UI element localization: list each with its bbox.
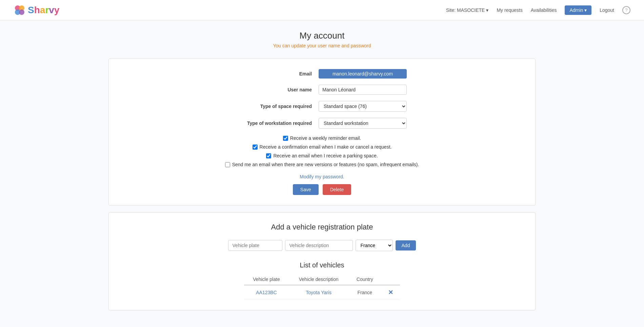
vehicle-input-row: France Germany Spain Italy UK Add	[122, 240, 522, 251]
checkbox-weekly-reminder-input[interactable]	[283, 136, 288, 141]
vehicle-list-title: List of vehicles	[122, 261, 522, 269]
checkbox-weekly-reminder[interactable]: Receive a weekly reminder email.	[283, 135, 361, 141]
workstation-type-form-group: Type of workstation required Standard wo…	[122, 118, 522, 129]
checkbox-confirmation-email-input[interactable]	[253, 145, 258, 150]
vehicle-section-title: Add a vehicle registration plate	[122, 223, 522, 232]
delete-vehicle-button[interactable]: ✕	[388, 289, 393, 296]
save-button[interactable]: Save	[293, 184, 319, 195]
email-form-group: Email manon.leonard@sharvy.com	[122, 69, 522, 79]
space-type-form-group: Type of space required Standard space (7…	[122, 101, 522, 112]
username-form-group: User name	[122, 85, 522, 95]
vehicle-table: Vehicle plate Vehicle description Countr…	[244, 274, 400, 300]
vehicle-country-cell: France	[348, 285, 381, 300]
page-subtitle: You can update your user name and passwo…	[108, 43, 536, 48]
col-header-plate: Vehicle plate	[244, 274, 289, 285]
vehicle-description-cell: Toyota Yaris	[289, 285, 348, 300]
checkbox-parking-email-input[interactable]	[266, 153, 271, 158]
availabilities-link[interactable]: Availabilities	[531, 7, 557, 13]
brand-logo-link[interactable]: Sharvy	[14, 4, 59, 16]
checkbox-parking-email[interactable]: Receive an email when I receive a parkin…	[266, 153, 378, 158]
checkbox-confirmation-email[interactable]: Receive a confirmation email when I make…	[253, 144, 392, 150]
vehicle-card: Add a vehicle registration plate France …	[108, 212, 536, 310]
workstation-type-select[interactable]: Standard workstation Standing desk Priva…	[319, 118, 407, 129]
col-header-action	[381, 274, 400, 285]
col-header-country: Country	[348, 274, 381, 285]
account-card: Email manon.leonard@sharvy.com User name…	[108, 59, 536, 205]
email-badge: manon.leonard@sharvy.com	[319, 69, 407, 79]
logout-link[interactable]: Logout	[600, 7, 614, 13]
vehicle-table-body: AA123BC Toyota Yaris France ✕	[244, 285, 400, 300]
checkbox-new-versions-email-label: Send me an email when there are new vers…	[232, 162, 419, 167]
modify-password-link[interactable]: Modify my password.	[300, 174, 344, 179]
checkbox-new-versions-email[interactable]: Send me an email when there are new vers…	[225, 162, 419, 167]
col-header-description: Vehicle description	[289, 274, 348, 285]
brand-pinwheel-icon	[14, 4, 26, 16]
username-input[interactable]	[319, 85, 407, 95]
workstation-type-label: Type of workstation required	[237, 121, 319, 126]
brand-name: Sharvy	[28, 5, 59, 16]
svg-point-3	[19, 9, 24, 15]
help-icon[interactable]: ?	[622, 6, 630, 14]
admin-dropdown-arrow: ▾	[584, 7, 587, 13]
my-requests-link[interactable]: My requests	[497, 7, 522, 13]
checkbox-group: Receive a weekly reminder email. Receive…	[122, 135, 522, 167]
modify-password-section: Modify my password.	[122, 174, 522, 179]
table-row: AA123BC Toyota Yaris France ✕	[244, 285, 400, 300]
vehicle-description-input[interactable]	[285, 240, 353, 251]
checkbox-confirmation-email-label: Receive a confirmation email when I make…	[260, 144, 392, 150]
space-type-select[interactable]: Standard space (76) Private space Handic…	[319, 101, 407, 112]
checkbox-parking-email-label: Receive an email when I receive a parkin…	[273, 153, 378, 158]
delete-x-icon: ✕	[388, 289, 393, 296]
space-type-label: Type of space required	[237, 104, 319, 109]
checkbox-weekly-reminder-label: Receive a weekly reminder email.	[290, 135, 361, 141]
navbar: Sharvy Site: MASOCIETE ▾ My requests Ava…	[0, 0, 644, 20]
site-label: Site: MASOCIETE	[446, 7, 485, 13]
action-buttons: Save Delete	[122, 184, 522, 195]
site-dropdown[interactable]: Site: MASOCIETE ▾	[446, 7, 488, 13]
vehicle-plate-input[interactable]	[228, 240, 282, 251]
vehicle-plate-cell: AA123BC	[244, 285, 289, 300]
vehicle-country-select[interactable]: France Germany Spain Italy UK	[356, 240, 393, 251]
page-container: My account You can update your user name…	[102, 20, 542, 327]
add-vehicle-button[interactable]: Add	[396, 240, 416, 250]
admin-label: Admin	[569, 7, 583, 13]
page-title: My account	[108, 30, 536, 41]
username-label: User name	[237, 87, 319, 92]
delete-button[interactable]: Delete	[323, 184, 351, 195]
vehicle-delete-cell: ✕	[381, 285, 400, 300]
checkbox-new-versions-email-input[interactable]	[225, 162, 230, 167]
email-label: Email	[237, 71, 319, 77]
vehicle-table-header: Vehicle plate Vehicle description Countr…	[244, 274, 400, 285]
site-dropdown-arrow: ▾	[486, 7, 488, 13]
nav-links: Site: MASOCIETE ▾ My requests Availabili…	[446, 5, 630, 15]
admin-dropdown-button[interactable]: Admin ▾	[565, 5, 591, 15]
